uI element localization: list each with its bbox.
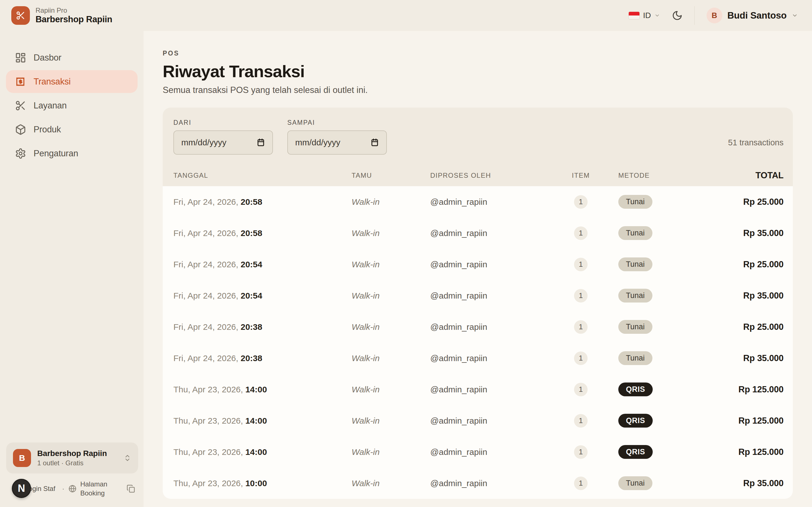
table-row[interactable]: Thu, Apr 23, 2026, 14:00 Walk-in @admin_… bbox=[173, 436, 783, 467]
dark-mode-toggle[interactable] bbox=[672, 10, 682, 21]
column-header-tamu: TAMU bbox=[352, 172, 430, 179]
payment-method-badge: Tunai bbox=[618, 289, 652, 302]
table-header-row: TANGGAL TAMU DIPROSES OLEH ITEM METODE T… bbox=[163, 155, 793, 186]
outlet-meta: 1 outlet · Gratis bbox=[37, 459, 107, 467]
brand-outlet-name: Barbershop Rapiin bbox=[36, 14, 112, 24]
halaman-booking-label: Halaman Booking bbox=[80, 480, 114, 498]
calendar-icon[interactable] bbox=[257, 138, 265, 147]
transaction-total: Rp 25.000 bbox=[694, 197, 783, 207]
table-row[interactable]: Thu, Apr 23, 2026, 14:00 Walk-in @admin_… bbox=[173, 374, 783, 405]
processed-by: @admin_rapiin bbox=[430, 197, 560, 207]
page-subtitle: Semua transaksi POS yang telah selesai d… bbox=[163, 85, 793, 95]
transaction-total: Rp 25.000 bbox=[694, 322, 783, 332]
processed-by: @admin_rapiin bbox=[430, 416, 560, 426]
date-to-label: SAMPAI bbox=[287, 119, 387, 126]
user-avatar: B bbox=[707, 8, 722, 23]
date-from-input[interactable]: mm/dd/yyyy bbox=[173, 130, 273, 155]
page-eyebrow: POS bbox=[163, 50, 793, 57]
transaction-time: 20:54 bbox=[241, 291, 262, 300]
calendar-icon[interactable] bbox=[370, 138, 379, 147]
transaction-total: Rp 35.000 bbox=[694, 353, 783, 363]
transaction-date: Thu, Apr 23, 2026, bbox=[173, 416, 243, 425]
transaction-total: Rp 25.000 bbox=[694, 260, 783, 270]
item-count-badge: 1 bbox=[574, 351, 588, 365]
sidebar-item-label: Layanan bbox=[34, 101, 67, 111]
transaction-date: Fri, Apr 24, 2026, bbox=[173, 291, 238, 300]
receipt-icon bbox=[15, 76, 26, 87]
transaction-date: Fri, Apr 24, 2026, bbox=[173, 260, 238, 269]
topbar-actions: ID B Budi Santoso bbox=[628, 6, 798, 25]
item-count-badge: 1 bbox=[574, 195, 588, 209]
package-icon bbox=[15, 124, 26, 135]
table-row[interactable]: Fri, Apr 24, 2026, 20:58 Walk-in @admin_… bbox=[173, 217, 783, 249]
transaction-total: Rp 35.000 bbox=[694, 291, 783, 301]
table-row[interactable]: Fri, Apr 24, 2026, 20:54 Walk-in @admin_… bbox=[173, 280, 783, 311]
sidebar-item-label: Produk bbox=[34, 124, 61, 135]
sidebar-item-label: Pengaturan bbox=[34, 149, 78, 159]
date-from-label: DARI bbox=[173, 119, 273, 126]
transactions-panel: DARI mm/dd/yyyy SAMPAI mm/dd/yyyy 51 tr bbox=[163, 108, 793, 499]
copy-icon bbox=[126, 485, 135, 493]
payment-method-badge: Tunai bbox=[618, 476, 652, 490]
item-count-badge: 1 bbox=[574, 476, 588, 490]
item-count-badge: 1 bbox=[574, 383, 588, 396]
sidebar-item-transaksi[interactable]: Transaksi bbox=[6, 70, 138, 93]
chevrons-up-down-icon bbox=[123, 454, 132, 462]
dashboard-icon bbox=[15, 52, 26, 63]
processed-by: @admin_rapiin bbox=[430, 260, 560, 269]
nextjs-dev-badge[interactable]: N bbox=[12, 479, 31, 498]
table-row[interactable]: Fri, Apr 24, 2026, 20:54 Walk-in @admin_… bbox=[173, 249, 783, 280]
transaction-date: Fri, Apr 24, 2026, bbox=[173, 322, 238, 332]
table-row[interactable]: Thu, Apr 23, 2026, 10:00 Walk-in @admin_… bbox=[173, 467, 783, 499]
sidebar: Dasbor Transaksi Layanan Produk Pengatur… bbox=[0, 31, 144, 507]
language-switcher[interactable]: ID bbox=[628, 11, 660, 20]
sidebar-item-pengaturan[interactable]: Pengaturan bbox=[6, 142, 138, 165]
outlet-name: Barbershop Rapiin bbox=[37, 449, 107, 458]
table-row[interactable]: Fri, Apr 24, 2026, 20:58 Walk-in @admin_… bbox=[173, 186, 783, 217]
table-row[interactable]: Fri, Apr 24, 2026, 20:38 Walk-in @admin_… bbox=[173, 342, 783, 374]
payment-method-badge: QRIS bbox=[618, 414, 653, 428]
app-name: Rapiin Pro bbox=[36, 6, 112, 14]
sidebar-item-dasbor[interactable]: Dasbor bbox=[6, 46, 138, 69]
sidebar-item-produk[interactable]: Produk bbox=[6, 118, 138, 141]
column-header-total: TOTAL bbox=[694, 170, 783, 180]
table-row[interactable]: Thu, Apr 23, 2026, 14:00 Walk-in @admin_… bbox=[173, 405, 783, 436]
item-count-badge: 1 bbox=[574, 414, 588, 428]
moon-icon bbox=[672, 10, 682, 21]
column-header-tanggal: TANGGAL bbox=[173, 172, 352, 179]
processed-by: @admin_rapiin bbox=[430, 478, 560, 488]
transaction-total: Rp 125.000 bbox=[694, 447, 783, 457]
transaction-time: 20:58 bbox=[241, 228, 262, 238]
chevron-down-icon bbox=[792, 12, 798, 18]
payment-method-badge: Tunai bbox=[618, 195, 652, 209]
processed-by: @admin_rapiin bbox=[430, 322, 560, 332]
halaman-booking-link[interactable]: Halaman Booking bbox=[68, 480, 114, 498]
language-code: ID bbox=[643, 11, 651, 20]
sidebar-item-layanan[interactable]: Layanan bbox=[6, 94, 138, 117]
filter-bar: DARI mm/dd/yyyy SAMPAI mm/dd/yyyy 51 tr bbox=[163, 108, 793, 155]
processed-by: @admin_rapiin bbox=[430, 447, 560, 457]
copy-booking-link-button[interactable] bbox=[126, 485, 135, 493]
transaction-date: Thu, Apr 23, 2026, bbox=[173, 385, 243, 394]
transaction-time: 20:38 bbox=[241, 353, 262, 363]
date-to-input[interactable]: mm/dd/yyyy bbox=[287, 130, 387, 155]
outlet-avatar: B bbox=[13, 449, 31, 467]
guest-name: Walk-in bbox=[352, 385, 430, 394]
gear-icon bbox=[15, 148, 26, 159]
main-content: POS Riwayat Transaksi Semua transaksi PO… bbox=[144, 31, 812, 507]
guest-name: Walk-in bbox=[352, 353, 430, 363]
table-row[interactable]: Fri, Apr 24, 2026, 20:38 Walk-in @admin_… bbox=[173, 311, 783, 342]
brand: Rapiin Pro Barbershop Rapiin bbox=[11, 6, 112, 25]
transaction-time: 14:00 bbox=[245, 385, 267, 394]
guest-name: Walk-in bbox=[352, 447, 430, 457]
transaction-total: Rp 125.000 bbox=[694, 385, 783, 395]
outlet-switcher[interactable]: B Barbershop Rapiin 1 outlet · Gratis bbox=[6, 443, 138, 473]
guest-name: Walk-in bbox=[352, 291, 430, 300]
page-title: Riwayat Transaksi bbox=[163, 62, 793, 81]
transaction-time: 20:38 bbox=[241, 322, 262, 332]
transaction-time: 10:00 bbox=[245, 478, 267, 488]
user-name: Budi Santoso bbox=[727, 10, 786, 21]
transaction-total: Rp 125.000 bbox=[694, 416, 783, 426]
user-menu[interactable]: B Budi Santoso bbox=[707, 8, 798, 23]
scissors-icon bbox=[15, 100, 26, 111]
